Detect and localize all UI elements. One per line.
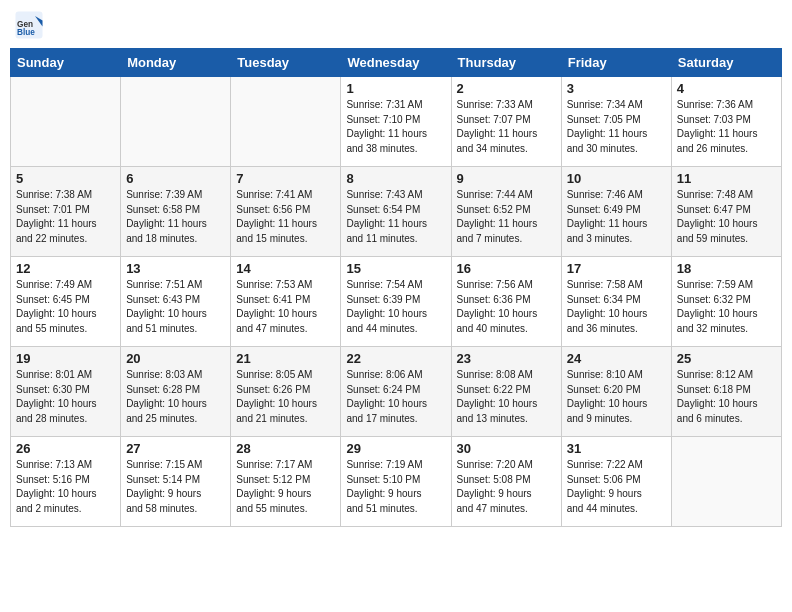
day-number: 20 [126,351,225,366]
weekday-header-wednesday: Wednesday [341,49,451,77]
table-cell: 14Sunrise: 7:53 AM Sunset: 6:41 PM Dayli… [231,257,341,347]
day-info: Sunrise: 7:38 AM Sunset: 7:01 PM Dayligh… [16,188,115,246]
week-row-1: 1Sunrise: 7:31 AM Sunset: 7:10 PM Daylig… [11,77,782,167]
day-number: 11 [677,171,776,186]
weekday-header-saturday: Saturday [671,49,781,77]
day-info: Sunrise: 8:10 AM Sunset: 6:20 PM Dayligh… [567,368,666,426]
day-info: Sunrise: 8:06 AM Sunset: 6:24 PM Dayligh… [346,368,445,426]
day-number: 30 [457,441,556,456]
weekday-header-monday: Monday [121,49,231,77]
table-cell: 11Sunrise: 7:48 AM Sunset: 6:47 PM Dayli… [671,167,781,257]
calendar-table: SundayMondayTuesdayWednesdayThursdayFrid… [10,48,782,527]
day-number: 28 [236,441,335,456]
day-info: Sunrise: 7:15 AM Sunset: 5:14 PM Dayligh… [126,458,225,516]
table-cell [671,437,781,527]
day-info: Sunrise: 7:54 AM Sunset: 6:39 PM Dayligh… [346,278,445,336]
table-cell [231,77,341,167]
day-number: 21 [236,351,335,366]
logo-icon: Gen Blue [14,10,44,40]
day-info: Sunrise: 7:22 AM Sunset: 5:06 PM Dayligh… [567,458,666,516]
table-cell: 3Sunrise: 7:34 AM Sunset: 7:05 PM Daylig… [561,77,671,167]
table-cell: 9Sunrise: 7:44 AM Sunset: 6:52 PM Daylig… [451,167,561,257]
day-info: Sunrise: 8:01 AM Sunset: 6:30 PM Dayligh… [16,368,115,426]
day-number: 2 [457,81,556,96]
day-info: Sunrise: 7:17 AM Sunset: 5:12 PM Dayligh… [236,458,335,516]
weekday-header-thursday: Thursday [451,49,561,77]
day-number: 15 [346,261,445,276]
day-info: Sunrise: 7:20 AM Sunset: 5:08 PM Dayligh… [457,458,556,516]
table-cell: 6Sunrise: 7:39 AM Sunset: 6:58 PM Daylig… [121,167,231,257]
day-info: Sunrise: 8:03 AM Sunset: 6:28 PM Dayligh… [126,368,225,426]
day-number: 25 [677,351,776,366]
day-number: 4 [677,81,776,96]
day-info: Sunrise: 7:44 AM Sunset: 6:52 PM Dayligh… [457,188,556,246]
day-info: Sunrise: 8:08 AM Sunset: 6:22 PM Dayligh… [457,368,556,426]
day-info: Sunrise: 7:43 AM Sunset: 6:54 PM Dayligh… [346,188,445,246]
day-number: 14 [236,261,335,276]
table-cell [121,77,231,167]
day-number: 9 [457,171,556,186]
day-info: Sunrise: 7:48 AM Sunset: 6:47 PM Dayligh… [677,188,776,246]
day-number: 16 [457,261,556,276]
svg-text:Blue: Blue [17,28,35,37]
day-number: 31 [567,441,666,456]
table-cell: 29Sunrise: 7:19 AM Sunset: 5:10 PM Dayli… [341,437,451,527]
table-cell: 1Sunrise: 7:31 AM Sunset: 7:10 PM Daylig… [341,77,451,167]
day-number: 8 [346,171,445,186]
day-number: 12 [16,261,115,276]
day-info: Sunrise: 7:36 AM Sunset: 7:03 PM Dayligh… [677,98,776,156]
day-info: Sunrise: 7:19 AM Sunset: 5:10 PM Dayligh… [346,458,445,516]
table-cell: 23Sunrise: 8:08 AM Sunset: 6:22 PM Dayli… [451,347,561,437]
day-info: Sunrise: 7:34 AM Sunset: 7:05 PM Dayligh… [567,98,666,156]
day-number: 23 [457,351,556,366]
day-number: 18 [677,261,776,276]
table-cell [11,77,121,167]
day-number: 26 [16,441,115,456]
table-cell: 12Sunrise: 7:49 AM Sunset: 6:45 PM Dayli… [11,257,121,347]
week-row-3: 12Sunrise: 7:49 AM Sunset: 6:45 PM Dayli… [11,257,782,347]
day-number: 3 [567,81,666,96]
table-cell: 4Sunrise: 7:36 AM Sunset: 7:03 PM Daylig… [671,77,781,167]
day-number: 13 [126,261,225,276]
day-info: Sunrise: 7:51 AM Sunset: 6:43 PM Dayligh… [126,278,225,336]
table-cell: 17Sunrise: 7:58 AM Sunset: 6:34 PM Dayli… [561,257,671,347]
table-cell: 8Sunrise: 7:43 AM Sunset: 6:54 PM Daylig… [341,167,451,257]
day-number: 29 [346,441,445,456]
day-info: Sunrise: 7:53 AM Sunset: 6:41 PM Dayligh… [236,278,335,336]
logo: Gen Blue [14,10,48,40]
day-number: 5 [16,171,115,186]
day-number: 1 [346,81,445,96]
table-cell: 2Sunrise: 7:33 AM Sunset: 7:07 PM Daylig… [451,77,561,167]
table-cell: 18Sunrise: 7:59 AM Sunset: 6:32 PM Dayli… [671,257,781,347]
table-cell: 19Sunrise: 8:01 AM Sunset: 6:30 PM Dayli… [11,347,121,437]
table-cell: 22Sunrise: 8:06 AM Sunset: 6:24 PM Dayli… [341,347,451,437]
day-info: Sunrise: 7:39 AM Sunset: 6:58 PM Dayligh… [126,188,225,246]
week-row-2: 5Sunrise: 7:38 AM Sunset: 7:01 PM Daylig… [11,167,782,257]
page-header: Gen Blue [10,10,782,40]
table-cell: 10Sunrise: 7:46 AM Sunset: 6:49 PM Dayli… [561,167,671,257]
day-number: 7 [236,171,335,186]
day-info: Sunrise: 7:58 AM Sunset: 6:34 PM Dayligh… [567,278,666,336]
table-cell: 27Sunrise: 7:15 AM Sunset: 5:14 PM Dayli… [121,437,231,527]
table-cell: 24Sunrise: 8:10 AM Sunset: 6:20 PM Dayli… [561,347,671,437]
table-cell: 21Sunrise: 8:05 AM Sunset: 6:26 PM Dayli… [231,347,341,437]
table-cell: 26Sunrise: 7:13 AM Sunset: 5:16 PM Dayli… [11,437,121,527]
day-info: Sunrise: 7:13 AM Sunset: 5:16 PM Dayligh… [16,458,115,516]
day-number: 27 [126,441,225,456]
day-number: 22 [346,351,445,366]
table-cell: 25Sunrise: 8:12 AM Sunset: 6:18 PM Dayli… [671,347,781,437]
day-info: Sunrise: 8:12 AM Sunset: 6:18 PM Dayligh… [677,368,776,426]
day-info: Sunrise: 7:46 AM Sunset: 6:49 PM Dayligh… [567,188,666,246]
day-info: Sunrise: 8:05 AM Sunset: 6:26 PM Dayligh… [236,368,335,426]
day-info: Sunrise: 7:31 AM Sunset: 7:10 PM Dayligh… [346,98,445,156]
day-number: 17 [567,261,666,276]
week-row-5: 26Sunrise: 7:13 AM Sunset: 5:16 PM Dayli… [11,437,782,527]
day-number: 6 [126,171,225,186]
day-info: Sunrise: 7:49 AM Sunset: 6:45 PM Dayligh… [16,278,115,336]
table-cell: 16Sunrise: 7:56 AM Sunset: 6:36 PM Dayli… [451,257,561,347]
table-cell: 13Sunrise: 7:51 AM Sunset: 6:43 PM Dayli… [121,257,231,347]
day-number: 24 [567,351,666,366]
day-info: Sunrise: 7:41 AM Sunset: 6:56 PM Dayligh… [236,188,335,246]
table-cell: 5Sunrise: 7:38 AM Sunset: 7:01 PM Daylig… [11,167,121,257]
table-cell: 30Sunrise: 7:20 AM Sunset: 5:08 PM Dayli… [451,437,561,527]
